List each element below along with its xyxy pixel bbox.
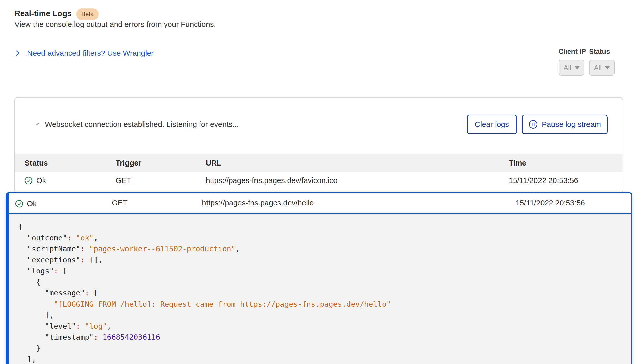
caret-down-icon (605, 66, 610, 69)
code-line: "level": "log", (18, 321, 391, 332)
code-line: } (18, 343, 391, 354)
code-line: ], (18, 310, 391, 321)
check-circle-icon (15, 200, 23, 208)
chevron-right-icon (14, 50, 21, 56)
code-line: "timestamp": 1668542036116 (18, 332, 391, 343)
code-line: { (18, 277, 391, 288)
code-line: "outcome": "ok", (18, 233, 391, 244)
wrangler-link[interactable]: Need advanced filters? Use Wrangler (14, 49, 154, 57)
status-cell: Ok (25, 176, 46, 185)
status-cell: Ok (15, 199, 37, 208)
status-filter-label: Status (589, 48, 610, 56)
status-label: Ok (36, 176, 46, 185)
log-table-header: Status Trigger URL Time (15, 154, 623, 172)
code-line: "exceptions": [], (18, 255, 391, 266)
client-ip-filter-label: Client IP (559, 48, 586, 56)
client-ip-filter-dropdown[interactable]: All (559, 60, 584, 76)
caret-down-icon (575, 66, 580, 69)
expanded-log-entry: Ok GET https://pages-fns.pages.dev/hello… (6, 192, 632, 364)
status-label: Ok (27, 199, 37, 208)
code-line: "message": [ (18, 288, 391, 299)
trigger-cell: GET (116, 176, 131, 185)
page-title: Real-time Logs (14, 9, 72, 18)
beta-badge: Beta (76, 8, 99, 20)
url-cell: https://pages-fns.pages.dev/hello (202, 198, 314, 207)
code-line: "[LOGGING FROM /hello]: Request came fro… (18, 299, 391, 310)
pause-log-stream-button[interactable]: Pause log stream (522, 115, 608, 134)
check-circle-icon (25, 177, 33, 185)
url-cell: https://pages-fns.pages.dev/favicon.ico (206, 176, 338, 185)
log-panel: Websocket connection established. Listen… (14, 97, 623, 193)
table-row-expanded[interactable]: Ok GET https://pages-fns.pages.dev/hello… (9, 193, 631, 214)
page-subtitle: View the console.log output and errors f… (14, 20, 216, 29)
table-row[interactable]: Ok GET https://pages-fns.pages.dev/favic… (15, 172, 623, 190)
column-header-trigger: Trigger (116, 159, 141, 167)
code-line: "scriptName": "pages-worker--611502-prod… (18, 243, 391, 255)
websocket-status-text: Websocket connection established. Listen… (45, 120, 239, 129)
time-cell: 15/11/2022 20:53:56 (516, 198, 585, 207)
column-header-time: Time (509, 159, 526, 167)
json-log-output: { "outcome": "ok", "scriptName": "pages-… (9, 215, 391, 364)
code-line: ], (18, 354, 391, 364)
status-filter-dropdown[interactable]: All (589, 60, 615, 76)
pause-circle-icon (529, 120, 538, 129)
code-line: "logs": [ (18, 266, 391, 277)
client-ip-filter-value: All (563, 64, 571, 72)
wrangler-link-label: Need advanced filters? Use Wrangler (27, 49, 154, 57)
realtime-logs-page: Real-time Logs Beta View the console.log… (0, 0, 637, 364)
spinner-icon (36, 123, 42, 130)
pause-log-stream-button-label: Pause log stream (542, 120, 601, 129)
websocket-status-bar: Websocket connection established. Listen… (15, 98, 623, 154)
time-cell: 15/11/2022 20:53:56 (509, 176, 578, 185)
clear-logs-button[interactable]: Clear logs (467, 115, 517, 134)
clear-logs-button-label: Clear logs (475, 120, 509, 129)
trigger-cell: GET (112, 198, 128, 207)
code-line: { (18, 221, 391, 233)
column-header-url: URL (206, 159, 221, 167)
status-filter-value: All (594, 64, 602, 72)
column-header-status: Status (25, 159, 48, 167)
